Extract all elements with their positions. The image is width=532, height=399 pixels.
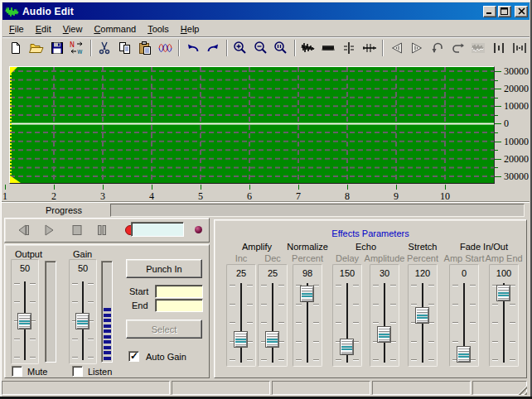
waveform-compress-button[interactable] <box>318 39 339 58</box>
menu-item-edit[interactable]: Edit <box>30 22 57 36</box>
menu-item-help[interactable]: Help <box>175 22 206 36</box>
waveform-view-button[interactable] <box>298 39 319 58</box>
redo-button[interactable] <box>203 39 224 58</box>
waveform-view-icon <box>300 41 317 55</box>
normalize-bars-button[interactable] <box>489 39 510 58</box>
slider-tick <box>88 301 94 302</box>
y-tick <box>495 80 498 81</box>
slider-tick <box>247 341 253 342</box>
end-label: End <box>132 300 148 310</box>
progress-bar <box>110 204 525 217</box>
waveform-compress-icon <box>321 41 337 55</box>
gain-slider-thumb[interactable] <box>75 313 89 329</box>
loop-button[interactable] <box>447 39 468 58</box>
skip-back-icon <box>17 224 31 236</box>
amplify-bars-button[interactable] <box>509 39 530 58</box>
horizontal-marker-button[interactable] <box>360 39 380 58</box>
menu-item-file[interactable]: File <box>3 22 30 36</box>
reverse-button[interactable] <box>428 39 448 58</box>
y-tick <box>495 71 501 72</box>
menu-item-command[interactable]: Command <box>88 22 142 36</box>
maximize-button[interactable] <box>498 6 511 17</box>
menu-item-view[interactable]: View <box>57 22 89 36</box>
gain-meter-level <box>104 307 111 360</box>
save-button[interactable] <box>46 39 67 58</box>
zoom-out-icon <box>253 41 269 55</box>
effect-slider-amplitude-track[interactable] <box>384 283 385 363</box>
slider-tick <box>492 304 498 305</box>
slider-tick <box>353 359 359 360</box>
punch-in-button[interactable]: Punch In <box>126 259 202 278</box>
y-tick-label: 20000 <box>504 153 529 166</box>
waveform-display[interactable] <box>9 66 495 184</box>
stop-button[interactable] <box>66 220 88 240</box>
mixer-panel: Output Gain Mute Listen Punch In Start E… <box>4 244 210 378</box>
slider-tick <box>390 359 396 360</box>
effect-slider-inc-value: 25 <box>227 268 255 278</box>
slider-tick <box>230 359 235 360</box>
slider-tick <box>261 304 267 305</box>
fade-in-button[interactable] <box>386 39 407 58</box>
slider-tick <box>470 322 476 323</box>
waveform-disabled-button[interactable] <box>468 39 489 58</box>
effect-slider-dec-track[interactable] <box>272 283 273 363</box>
effect-slider-amp-start-thumb[interactable] <box>457 346 471 363</box>
slider-tick <box>510 285 515 286</box>
slider-tick <box>14 357 20 358</box>
effect-sub-label: Inc <box>235 253 248 263</box>
close-button[interactable] <box>515 6 528 17</box>
vertical-marker-button[interactable] <box>339 39 360 58</box>
slider-tick <box>353 285 359 286</box>
slider-tick <box>278 322 284 323</box>
effect-slider-amplitude-thumb[interactable] <box>377 326 391 343</box>
open-button[interactable] <box>27 39 47 58</box>
effect-slider-inc-thumb[interactable] <box>234 331 248 348</box>
slider-tick <box>353 304 359 305</box>
zoom-fit-button[interactable] <box>271 39 292 58</box>
copy-button[interactable] <box>114 39 135 58</box>
fade-out-button[interactable] <box>407 39 428 58</box>
effect-slider-percent-thumb[interactable] <box>300 286 314 302</box>
mute-checkbox[interactable] <box>12 366 22 377</box>
minimize-icon <box>486 7 494 15</box>
window-title: Audio Edit <box>22 6 481 17</box>
pause-button[interactable] <box>91 220 113 240</box>
undo-button[interactable] <box>182 39 203 58</box>
zoom-out-button[interactable] <box>250 39 271 58</box>
waveform-overlay-button[interactable] <box>156 39 177 58</box>
y-tick <box>495 176 501 177</box>
listen-checkbox[interactable] <box>72 366 83 377</box>
effect-slider-amp-end-thumb[interactable] <box>496 285 510 301</box>
menu-item-tools[interactable]: Tools <box>142 22 175 36</box>
start-field[interactable] <box>155 285 203 298</box>
sample-convert-button[interactable]: Nw <box>67 39 88 58</box>
slider-tick <box>510 322 515 323</box>
output-slider-thumb[interactable] <box>17 313 31 329</box>
position-field[interactable] <box>131 222 184 237</box>
end-field[interactable] <box>155 299 203 312</box>
new-button[interactable] <box>6 39 27 58</box>
play-button[interactable] <box>38 220 60 240</box>
reverse-icon <box>429 41 446 55</box>
skip-back-button[interactable] <box>13 220 35 240</box>
effect-slider-percent-thumb[interactable] <box>415 307 429 324</box>
effect-slider-dec-thumb[interactable] <box>265 331 279 348</box>
zoom-in-button[interactable] <box>230 39 251 58</box>
slider-tick <box>30 339 36 339</box>
minimize-button[interactable] <box>483 6 496 17</box>
slider-tick <box>390 322 396 323</box>
toolbar: Nw <box>2 36 530 59</box>
select-button[interactable]: Select <box>126 320 202 339</box>
slider-tick <box>313 341 319 342</box>
effect-slider-delay-thumb[interactable] <box>340 339 354 355</box>
slider-tick <box>72 357 78 358</box>
auto-gain-checkbox[interactable]: ✓ <box>128 351 139 362</box>
slider-tick <box>296 304 302 305</box>
effect-slider-inc-track[interactable] <box>240 283 242 363</box>
amplify-bars-icon <box>511 41 528 55</box>
listen-label: Listen <box>88 367 112 377</box>
effect-slider-amp-start-value: 0 <box>450 268 478 278</box>
zoom-in-icon <box>232 41 249 55</box>
cut-button[interactable] <box>94 39 115 58</box>
paste-button[interactable] <box>135 39 156 58</box>
